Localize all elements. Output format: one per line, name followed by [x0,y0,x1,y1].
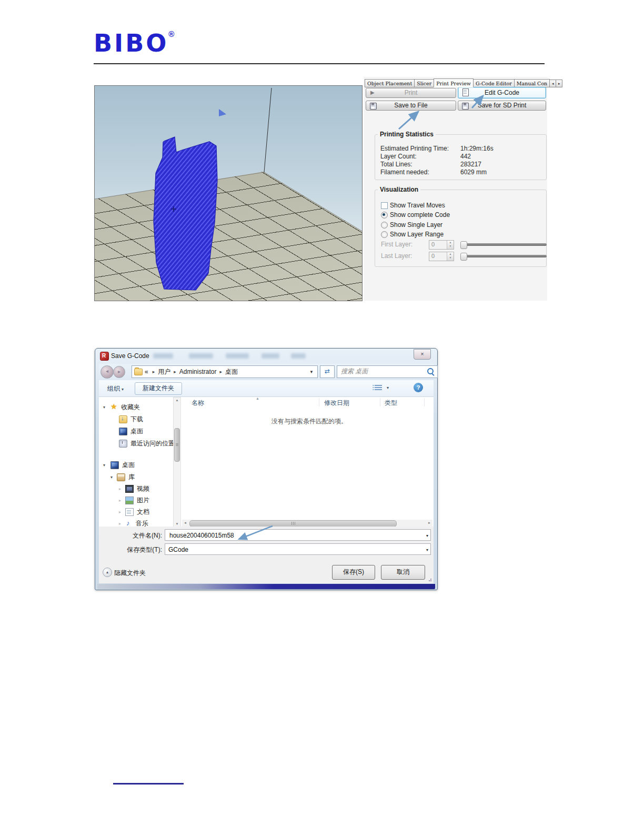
scroll-up-icon[interactable]: ▲ [174,399,180,402]
back-button[interactable] [100,365,114,379]
last-layer-spinner[interactable]: ▲▼ [447,252,454,261]
expander-icon[interactable]: ▾ [103,463,105,468]
sidebar-item-libraries[interactable]: ▾ 库 [99,472,173,482]
resize-grip[interactable] [427,577,431,581]
slider-track [466,243,547,246]
breadcrumb-desktop[interactable]: 桌面 [225,368,238,376]
save-button[interactable]: 保存(S) [332,565,375,580]
last-layer-slider[interactable] [460,252,547,260]
breadcrumb-administrator[interactable]: Administrator [179,368,217,375]
stat-value: 283217 [460,161,481,168]
show-layer-range-radio[interactable] [381,231,388,238]
caret-down-icon: ▾ [385,385,389,390]
last-layer-row: Last Layer: 0 ▲▼ [381,252,543,261]
sort-caret-icon: ▲ [256,396,259,400]
show-travel-moves-checkbox[interactable] [381,202,388,209]
search-input[interactable] [340,367,421,375]
forward-button[interactable] [113,366,125,378]
sidebar-item-desktop[interactable]: ▾ 桌面 [99,460,173,470]
sidebar-item-pictures[interactable]: ▸ 图片 [99,495,173,505]
change-view-button[interactable]: ▾ [375,383,393,393]
slider-thumb[interactable] [460,253,467,261]
last-layer-label: Last Layer: [381,252,412,260]
expander-icon[interactable]: ▸ [119,498,121,503]
breadcrumb-users[interactable]: 用户 [157,368,171,376]
hide-folders-button[interactable]: ▴ [103,568,112,577]
refresh-button[interactable]: ⇄ [320,365,335,378]
last-layer-input[interactable]: 0 ▲▼ [429,252,454,261]
column-header-date-modified[interactable]: 修改日期 [324,397,349,408]
sidebar-item-downloads[interactable]: 下载 [99,414,173,424]
show-complete-code-row[interactable]: Show complete Code [381,211,543,220]
dropdown-caret-icon[interactable]: ▾ [426,533,428,538]
first-layer-input[interactable]: 0 ▲▼ [429,240,454,250]
sidebar-item-documents[interactable]: ▸ 文档 [99,507,173,517]
edit-gcode-button[interactable]: Edit G-Code [458,87,546,98]
tab-slicer[interactable]: Slicer [414,79,434,87]
printed-model[interactable] [154,137,217,290]
tab-print-preview[interactable]: Print Preview [434,78,474,87]
filename-input[interactable] [168,531,418,540]
show-single-layer-row[interactable]: Show Single Layer [381,221,543,230]
address-breadcrumb-bar[interactable]: « ▸ 用户 ▸ Administrator ▸ 桌面 ▼ [132,365,318,378]
first-layer-slider[interactable] [460,241,547,249]
sidebar-scrollbar[interactable]: ▲ ▼ [173,397,181,527]
3d-viewport[interactable] [94,85,363,301]
save-for-sd-print-button[interactable]: Save for SD Print [458,101,546,111]
sidebar-item-favorites[interactable]: ▾ 收藏夹 [99,402,173,412]
horizontal-scrollbar[interactable]: ◄ ► [182,520,432,527]
expander-icon[interactable]: ▸ [119,510,121,514]
slider-thumb[interactable] [460,241,467,249]
organize-menu[interactable]: 组织▾ [104,383,127,394]
help-button[interactable]: ? [414,383,423,392]
show-layer-range-row[interactable]: Show Layer Range [381,231,543,239]
print-button[interactable]: ▶ Print [366,88,456,98]
save-to-file-button[interactable]: Save to File [366,101,456,111]
help-icon: ? [417,384,420,391]
column-header-type[interactable]: 类型 [385,397,397,408]
save-type-combobox[interactable]: GCode ▾ [165,543,431,555]
column-header-name[interactable]: 名称 [192,397,204,408]
first-layer-spinner[interactable]: ▲▼ [447,241,454,249]
new-folder-button[interactable]: 新建文件夹 [135,382,182,395]
scrollbar-thumb[interactable] [174,428,180,462]
cancel-button[interactable]: 取消 [381,565,425,580]
show-layer-range-label: Show Layer Range [390,231,444,238]
hide-folders-label[interactable]: 隐藏文件夹 [114,569,146,578]
ghost-menu-blur [226,353,249,359]
footer-rule [113,783,184,785]
chevron-icon: ▸ [217,369,225,374]
dropdown-caret-icon[interactable]: ▾ [426,548,428,552]
empty-folder-message: 没有与搜索条件匹配的项。 [271,417,347,426]
pictures-icon [125,497,134,504]
close-button[interactable]: × [414,349,431,360]
tab-gcode-editor[interactable]: G-Code Editor [473,79,515,87]
tab-scroll-right-button[interactable]: ▸ [556,80,562,87]
tab-object-placement[interactable]: Object Placement [365,79,415,87]
expander-icon[interactable]: ▾ [110,475,113,480]
scroll-left-icon[interactable]: ◄ [182,520,188,527]
stat-row: Filament needed: 6029 mm [380,168,543,176]
expander-icon[interactable]: ▾ [103,405,105,410]
scroll-right-icon[interactable]: ► [426,520,432,527]
filename-combobox[interactable]: ▾ [165,529,431,541]
sidebar-item-videos[interactable]: ▸ 视频 [99,484,173,493]
show-travel-moves-row[interactable]: Show Travel Moves [381,202,543,210]
search-box[interactable] [337,365,438,378]
sidebar-item-desktop-fav[interactable]: 桌面 [99,426,173,436]
floppy-icon [370,103,377,110]
stat-label: Total Lines: [380,161,412,168]
sidebar-item-recent-places[interactable]: 最近访问的位置 [99,439,173,448]
show-single-layer-radio[interactable] [381,222,388,229]
sidebar-item-label: 图片 [137,496,149,505]
show-complete-code-radio[interactable] [381,212,388,219]
scroll-down-icon[interactable]: ▼ [174,522,180,525]
tab-manual-control[interactable]: Manual Con [514,79,550,87]
address-dropdown-caret[interactable]: ▼ [309,370,317,374]
print-button-label: Print [405,88,418,97]
expander-icon[interactable]: ▸ [119,486,121,491]
sidebar-item-music[interactable]: ▸ 音乐 [99,519,173,527]
desktop-icon [110,461,119,469]
expander-icon[interactable]: ▸ [119,521,121,526]
3d-model-canvas [95,86,362,301]
